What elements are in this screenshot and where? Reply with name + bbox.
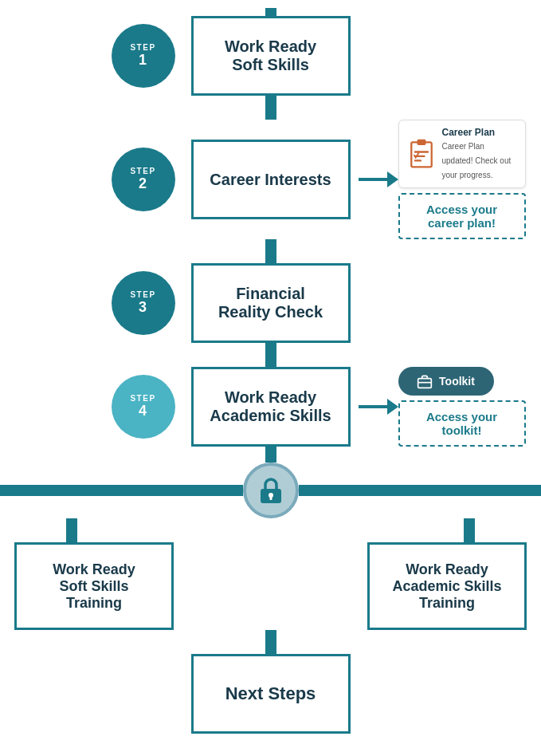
toolkit-label: Toolkit xyxy=(439,375,475,388)
career-plan-text: Career Plan Career Plan updated! Check o… xyxy=(442,127,517,181)
toolkit-side-panel: Toolkit Access your toolkit! xyxy=(359,367,526,447)
step4-box[interactable]: Work Ready Academic Skills xyxy=(191,367,351,447)
connector4 xyxy=(265,447,276,463)
bottom-v-line-left xyxy=(66,518,77,542)
bottom-v-line-right xyxy=(464,518,475,542)
svg-rect-2 xyxy=(414,151,428,152)
step3-row: STEP 3 Financial Reality Check xyxy=(0,263,541,343)
step2-arrow xyxy=(359,171,398,187)
step2-right-panel: Career Plan Career Plan updated! Check o… xyxy=(351,120,522,239)
flowchart: STEP 1 Work Ready Soft Skills STEP 2 Car… xyxy=(0,0,541,756)
step4-right-panel: Toolkit Access your toolkit! xyxy=(351,367,522,447)
connector5 xyxy=(265,630,276,654)
step4-circle[interactable]: STEP 4 xyxy=(112,375,175,439)
svg-rect-1 xyxy=(417,140,425,145)
toolkit-panel: Toolkit Access your toolkit! xyxy=(398,367,526,447)
top-connector xyxy=(265,8,276,16)
access-career-plan-text: Access your career plan! xyxy=(426,203,497,230)
h-line-left xyxy=(0,485,243,496)
bottom-v-lines xyxy=(0,518,541,542)
step2-side-panel: Career Plan Career Plan updated! Check o… xyxy=(359,120,526,239)
step3-circle[interactable]: STEP 3 xyxy=(112,271,175,335)
final-title: Next Steps xyxy=(225,683,316,704)
step1-label: STEP xyxy=(130,43,155,52)
step2-title: Career Interests xyxy=(210,171,331,189)
toolkit-badge: Toolkit xyxy=(398,367,494,396)
bottom-right-box[interactable]: Work Ready Academic Skills Training xyxy=(367,542,527,630)
step4-row: STEP 4 Work Ready Academic Skills xyxy=(0,367,541,447)
step3-left-spacer: STEP 3 xyxy=(20,271,191,335)
svg-rect-9 xyxy=(269,496,272,500)
svg-rect-0 xyxy=(411,142,431,167)
h-line-right xyxy=(299,485,542,496)
step4-label: STEP xyxy=(130,394,155,403)
step2-box[interactable]: Career Interests xyxy=(191,140,351,219)
step4-left-spacer: STEP 4 xyxy=(20,375,191,439)
step2-left-spacer: STEP 2 xyxy=(20,148,191,211)
toolkit-icon xyxy=(417,373,433,389)
bottom-left-text: Work Ready Soft Skills Training xyxy=(53,561,135,612)
access-toolkit-box[interactable]: Access your toolkit! xyxy=(398,400,526,447)
career-plan-panel: Career Plan Career Plan updated! Check o… xyxy=(398,120,526,239)
step4-num: 4 xyxy=(139,403,147,419)
step2-circle[interactable]: STEP 2 xyxy=(112,148,175,211)
step1-title: Work Ready Soft Skills xyxy=(225,37,316,74)
career-plan-title: Career Plan xyxy=(442,127,517,138)
connector3 xyxy=(265,343,276,367)
step1-box[interactable]: Work Ready Soft Skills xyxy=(191,16,351,96)
career-plan-badge: Career Plan Career Plan updated! Check o… xyxy=(398,120,526,188)
step2-num: 2 xyxy=(139,175,147,192)
step4-title: Work Ready Academic Skills xyxy=(210,388,331,425)
access-career-plan-box[interactable]: Access your career plan! xyxy=(398,193,526,239)
bottom-right-text: Work Ready Academic Skills Training xyxy=(392,561,501,612)
step2-label: STEP xyxy=(130,167,155,175)
final-box[interactable]: Next Steps xyxy=(191,654,351,734)
step4-arrow xyxy=(359,399,398,415)
bottom-left-box[interactable]: Work Ready Soft Skills Training xyxy=(14,542,174,630)
clipboard-icon xyxy=(407,138,436,170)
step1-circle[interactable]: STEP 1 xyxy=(112,24,175,88)
lock-row xyxy=(0,463,541,518)
svg-rect-4 xyxy=(414,159,421,161)
step1-row: STEP 1 Work Ready Soft Skills xyxy=(0,16,541,96)
bottom-row: Work Ready Soft Skills Training Work Rea… xyxy=(0,542,541,630)
step2-row: STEP 2 Career Interests xyxy=(0,120,541,239)
step1-num: 1 xyxy=(139,52,147,69)
step1-left-spacer: STEP 1 xyxy=(20,24,191,88)
step3-title: Financial Reality Check xyxy=(218,285,323,321)
access-toolkit-text: Access your toolkit! xyxy=(426,410,497,437)
step3-num: 3 xyxy=(139,299,147,316)
step3-label: STEP xyxy=(130,290,155,299)
career-plan-desc: Career Plan updated! Check out your prog… xyxy=(442,142,512,179)
connector1 xyxy=(265,96,276,120)
lock-icon xyxy=(257,475,284,506)
connector2 xyxy=(265,239,276,263)
step3-box[interactable]: Financial Reality Check xyxy=(191,263,351,343)
lock-circle xyxy=(243,463,299,518)
